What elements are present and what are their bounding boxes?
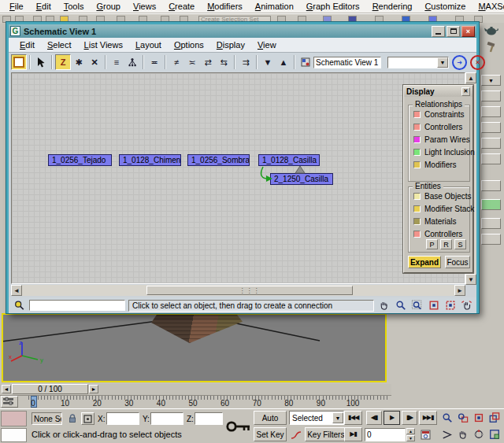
key-mode-toggle[interactable]: ▶▮ [344, 427, 362, 441]
scroll-up-arrow[interactable]: ▲ [465, 72, 476, 83]
next-frame-button[interactable]: ▮▶ [402, 411, 417, 425]
track-bar[interactable]: 0102030405060708090100 [0, 396, 391, 408]
param-wires-color-swatch[interactable] [413, 136, 421, 143]
unlink-selected-tool[interactable]: ✱ [71, 54, 87, 70]
bookmark-value[interactable] [388, 57, 437, 68]
light-inclusion-color-swatch[interactable] [413, 149, 421, 156]
close-button[interactable]: × [461, 26, 475, 37]
constraints-color-swatch[interactable] [413, 111, 421, 118]
relationship-light-inclusion[interactable]: Light Inclusion [413, 146, 469, 158]
go-to-end-button[interactable]: ▶▶▮ [419, 411, 437, 425]
relationship-param-wires[interactable]: Param Wires [413, 134, 469, 146]
sv-menu-list-views[interactable]: List Views [78, 39, 129, 51]
scroll-down-arrow[interactable]: ▼ [465, 274, 476, 285]
controllers-color-swatch[interactable] [413, 231, 421, 238]
zoom-button[interactable] [439, 411, 454, 425]
frame-spinner-up[interactable]: ▲ [406, 428, 415, 434]
relationship-controllers[interactable]: Controllers [413, 121, 469, 133]
x-coord-field[interactable] [106, 412, 139, 425]
previous-frame-button[interactable]: ◀▮ [366, 411, 382, 425]
scroll-left-arrow[interactable]: ◄ [11, 285, 22, 296]
app-menu-create[interactable]: Create [162, 1, 201, 13]
delete-bookmark-button[interactable]: ✕ [470, 55, 485, 70]
go-to-start-button[interactable]: ▮◀◀ [344, 411, 362, 425]
app-menu-rendering[interactable]: Rendering [366, 1, 419, 13]
free-all-button[interactable]: ⇄ [200, 54, 216, 70]
pan-tool-button[interactable] [377, 299, 391, 312]
panel-button[interactable] [481, 106, 501, 117]
modifiers-color-swatch[interactable] [413, 161, 421, 168]
frame-spinner-down[interactable]: ▼ [406, 435, 415, 441]
always-arrange-button[interactable]: ≖ [146, 54, 162, 70]
pan-view-button[interactable] [455, 427, 470, 441]
panel-button[interactable] [481, 234, 501, 245]
entity-base-objects[interactable]: Base Objects [413, 190, 469, 202]
new-key-default-in-out-tangents[interactable] [290, 429, 302, 441]
schematic-titlebar[interactable]: G Schematic View 1 × [9, 24, 476, 38]
app-menu-modifiers[interactable]: Modifiers [201, 1, 249, 13]
expand-triangle-icon[interactable] [295, 166, 305, 173]
zoom-extents-button[interactable] [427, 299, 440, 312]
zoom-extents-all-button[interactable] [487, 411, 502, 425]
app-menu-tools[interactable]: Tools [57, 1, 91, 13]
next-bookmark-button[interactable]: ➜ [452, 55, 467, 70]
arrange-selected-button[interactable]: ≍ [184, 54, 200, 70]
close-icon[interactable]: ✕ [461, 87, 470, 96]
modifier-stack-color-swatch[interactable] [413, 205, 421, 212]
zoom-all-button[interactable] [455, 411, 470, 425]
maxscript-mini-listener-macro-pane[interactable] [1, 411, 27, 426]
selection-filter-dropdown[interactable]: Selected ▼ [289, 411, 344, 425]
time-configuration-button[interactable] [418, 428, 432, 441]
app-menu-edit[interactable]: Edit [30, 1, 57, 13]
z-coord-field[interactable] [195, 412, 223, 425]
panel-button[interactable] [481, 218, 501, 229]
sv-menu-layout[interactable]: Layout [129, 39, 168, 51]
controllers-color-swatch[interactable] [413, 124, 421, 131]
collapse-selected-button[interactable]: ▲ [276, 54, 291, 70]
play-button[interactable]: ▶ [384, 411, 400, 425]
time-slider-prev-arrow[interactable]: ◄ [2, 385, 11, 393]
app-menu-customize[interactable]: Customize [418, 1, 472, 13]
time-slider-button[interactable]: 0 / 100 [12, 384, 88, 394]
arrange-children-button[interactable]: ≠ [169, 54, 184, 70]
app-menu-group[interactable]: Group [90, 1, 127, 13]
relationship-constraints[interactable]: Constraints [413, 109, 469, 120]
sv-menu-view[interactable]: View [251, 39, 283, 51]
panel-button[interactable] [481, 180, 501, 191]
y-coord-field[interactable] [150, 412, 183, 425]
utilities-tab-hammer-icon[interactable] [481, 40, 501, 54]
expand-selected-button[interactable]: ▼ [260, 54, 276, 70]
focus-button[interactable]: Focus [445, 256, 470, 268]
set-keys-button[interactable] [225, 412, 252, 441]
schematic-canvas[interactable]: 1_0256_Tejado1_0128_Chimenea1_0256_Sombr… [11, 72, 465, 284]
prs-button-r[interactable]: R [440, 239, 452, 249]
panel-color-button[interactable] [481, 199, 501, 210]
base-objects-color-swatch[interactable] [413, 193, 421, 200]
sv-menu-options[interactable]: Options [168, 39, 210, 51]
delete-objects-tool[interactable]: ✕ [87, 54, 102, 70]
app-menu-animation[interactable]: Animation [249, 1, 300, 13]
app-menu-maxscript[interactable]: MAXScript [472, 1, 504, 13]
selection-set-status-field[interactable]: None Se [32, 412, 62, 425]
prs-button-s[interactable]: S [454, 239, 466, 249]
expand-button[interactable]: Expand [408, 256, 441, 268]
scroll-right-arrow[interactable]: ► [454, 285, 465, 296]
selection-lock-toggle[interactable] [66, 412, 78, 425]
bookmark-dropdown[interactable]: ▼ [387, 57, 449, 68]
zoom-extents-selected-button[interactable] [443, 299, 457, 312]
entity-controllers[interactable]: Controllers [413, 228, 469, 240]
schematic-view-name-field[interactable] [313, 57, 381, 68]
move-children-button[interactable]: ⇉ [238, 54, 254, 70]
auto-key-button[interactable]: Auto Key [254, 411, 287, 425]
select-tool[interactable] [33, 54, 49, 70]
chevron-down-icon[interactable]: ▼ [332, 412, 343, 423]
panel-button[interactable] [481, 138, 501, 149]
time-slider-next-arrow[interactable]: ► [89, 385, 98, 393]
schematic-horizontal-scrollbar[interactable]: ◄ ► ⋮⋮⋮ [11, 285, 465, 296]
relationship-modifiers[interactable]: Modifiers [413, 159, 469, 171]
panel-button[interactable] [481, 90, 501, 102]
entity-modifier-stack[interactable]: Modifier Stack [413, 203, 469, 215]
app-menu-graph-editors[interactable]: Graph Editors [300, 1, 366, 13]
prs-button-p[interactable]: P [426, 239, 438, 249]
zoom-extents-button[interactable] [471, 411, 486, 425]
